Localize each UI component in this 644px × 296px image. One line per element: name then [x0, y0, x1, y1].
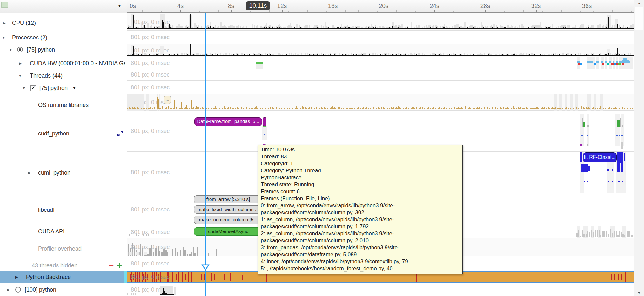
expander-expanded-icon[interactable]: ▼: [2, 36, 5, 39]
sidebar-item-cuda-api[interactable]: CUDA API: [0, 227, 127, 236]
add-thread-button[interactable]: +: [117, 261, 122, 270]
sidebar-item-python-backtrace[interactable]: ▶ Python Backtrace: [0, 271, 127, 283]
bar-cuda-memset-async[interactable]: cudaMemsetAsync: [194, 227, 262, 236]
bar-make-numeric-column[interactable]: make_numeric_column [5...: [194, 216, 262, 224]
chart-mark: [627, 231, 628, 237]
chart-mark: [190, 14, 191, 29]
bar-make-fixed-width-column[interactable]: make_fixed_width_column ...: [194, 205, 262, 214]
chart-mark: [169, 24, 170, 29]
chart-mark: [401, 24, 404, 29]
sidebar-item-os-runtime-libraries[interactable]: OS runtime libraries: [0, 100, 127, 110]
chart-mark: [577, 61, 580, 63]
chart-mark: [594, 63, 596, 65]
chart-mark: [614, 231, 615, 237]
chart-mark: [191, 252, 192, 256]
sidebar-item-threads[interactable]: ▼ Threads (44): [0, 71, 127, 80]
process-radio-selected[interactable]: [17, 47, 23, 52]
expander-collapsed-icon[interactable]: ▶: [19, 62, 22, 65]
sidebar-item-label: 43 threads hidden...: [32, 262, 82, 269]
sidebar-item-label: [100] python: [25, 286, 56, 293]
chart-mark: [593, 232, 594, 237]
timeline-row-cpu-overview[interactable]: 801 px; 0 msec: [127, 13, 634, 30]
expander-collapsed-icon[interactable]: ▶: [28, 171, 30, 175]
chart-mark: [608, 17, 609, 29]
event-tooltip: Time: 10.073sThread: 83CategoryId: 1Cate…: [258, 145, 463, 274]
sidebar-item-process-100-python[interactable]: ▶ [100] python: [0, 285, 127, 294]
chart-mark: [595, 230, 596, 237]
chart-mark: [130, 274, 131, 280]
thread-options-caret-icon[interactable]: ▼: [72, 86, 76, 90]
expander-expanded-icon[interactable]: ▼: [22, 86, 26, 90]
timeline-row-empty[interactable]: 801 px; 0 msec: [127, 30, 634, 44]
sidebar-item-cuml-python[interactable]: ▶ cuml_python: [0, 168, 127, 177]
chart-mark: [141, 236, 142, 236]
scroll-down-button[interactable]: ▼: [634, 290, 644, 296]
chart-mark: [596, 57, 599, 69]
chart-mark: [621, 114, 624, 146]
timeline-row-python-100[interactable]: 801 px; 0 msec: [127, 283, 634, 296]
chart-mark: [580, 63, 582, 65]
sidebar-item-processes[interactable]: ▼ Processes (2): [0, 33, 127, 42]
chart-mark: [216, 249, 217, 256]
chart-mark: [617, 235, 619, 237]
vertical-scrollbar[interactable]: ▲ ▼: [634, 0, 644, 296]
collapsed-events-button[interactable]: ...: [164, 96, 171, 104]
chart-mark: [158, 246, 159, 256]
chart-mark: [172, 249, 173, 256]
sidebar-item-process-75-python[interactable]: ▼ [75] python: [0, 45, 127, 54]
bar-dataframe-from-pandas[interactable]: DataFrame.from_pandas [5...: [194, 117, 262, 126]
chart-mark: [588, 166, 590, 171]
chart-mark: [582, 230, 583, 237]
timeline-row-process-cpu[interactable]: 801 px; 0 msec: [127, 44, 634, 57]
sidebar-item-libcudf[interactable]: libcudf: [0, 205, 127, 215]
expander-expanded-icon[interactable]: ▼: [18, 74, 22, 78]
thread-checkbox-checked[interactable]: ✔: [30, 85, 36, 91]
expander-expanded-icon[interactable]: ▼: [9, 48, 12, 52]
chart-mark: [611, 274, 612, 280]
sidebar-item-cudf-python[interactable]: cudf_python: [0, 129, 127, 138]
sidebar-item-cpu[interactable]: ▶ CPU (12): [0, 18, 127, 28]
chart-mark: [587, 125, 589, 127]
chart-mark: [180, 250, 181, 256]
sidebar-item-profiler-overhead[interactable]: Profiler overhead: [0, 244, 127, 253]
chart-mark: [581, 164, 588, 172]
sidebar-item-cuda-hw[interactable]: ▶ CUDA HW (0000:01:00.0 - NVIDIA GeFor: [0, 59, 127, 68]
tooltip-line: Category: Python Thread: [261, 167, 460, 174]
chart-mark: [264, 134, 265, 135]
chart-mark: [175, 248, 176, 256]
chart-mark: [596, 61, 599, 63]
timeline-row-empty[interactable]: 801 px; 0 msec: [127, 80, 634, 94]
chart-mark: [176, 274, 177, 280]
timeline-bar: [128, 252, 133, 255]
process-radio-unselected[interactable]: [15, 287, 21, 293]
sidebar-item-thread-75-python[interactable]: ▼ ✔ [75] python ▼: [0, 83, 127, 93]
chart-mark: [127, 293, 128, 295]
timeline-row-cuda-hw[interactable]: 801 px; 0 msec: [127, 57, 634, 69]
chart-mark: [198, 274, 198, 280]
cursor-marker-icon[interactable]: [201, 264, 210, 272]
sidebar-item-hidden-threads[interactable]: 43 threads hidden... − +: [0, 261, 127, 270]
chart-mark: [189, 254, 191, 256]
chart-mark: [617, 120, 620, 127]
chart-mark: [586, 234, 587, 237]
chart-mark: [146, 234, 147, 236]
expander-collapsed-icon[interactable]: ▶: [7, 288, 10, 292]
bar-from-arrow[interactable]: from_arrow [5.310 s]: [194, 195, 262, 203]
bar-fit-rf-classifier[interactable]: fit RF-Classi...: [583, 152, 617, 162]
chart-mark: [167, 252, 168, 256]
chart-mark: [587, 181, 588, 182]
chart-mark: [163, 22, 164, 29]
scroll-up-button[interactable]: ▲: [634, 0, 644, 6]
chart-mark: [193, 247, 194, 256]
chart-mark: [159, 251, 160, 256]
timeline-cursor-line[interactable]: [205, 13, 206, 296]
chart-mark: [601, 61, 603, 63]
remove-thread-button[interactable]: −: [109, 261, 114, 270]
timeline-row-empty[interactable]: 801 px; 0 msec: [127, 69, 634, 80]
scrollbar-thumb[interactable]: [635, 7, 643, 30]
header-dropdown-caret-icon[interactable]: ▼: [117, 3, 122, 8]
expand-row-icon[interactable]: [116, 129, 124, 138]
expander-collapsed-icon[interactable]: ▶: [15, 275, 18, 279]
timeline-row-os-runtime[interactable]: 801 px; 0 msec...: [127, 94, 634, 110]
expander-collapsed-icon[interactable]: ▶: [3, 21, 5, 25]
